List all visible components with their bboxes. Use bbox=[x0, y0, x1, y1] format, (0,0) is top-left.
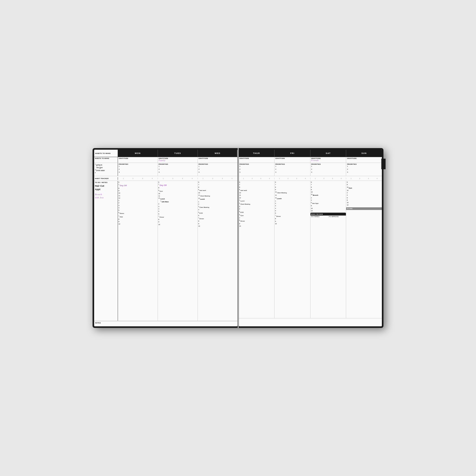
victories-toimprove: VICTORIES TO IMPROVE bbox=[310, 216, 346, 218]
mon-time-2: 2 bbox=[118, 202, 157, 204]
victories-label: VICTORIES bbox=[311, 216, 328, 217]
tues-time-12: 12 Lunch bbox=[158, 197, 197, 200]
habit-1: 1 going to the gym bbox=[95, 163, 117, 169]
mon-time-8: 8 bbox=[118, 187, 157, 190]
tues-time-4: 4 bbox=[158, 208, 197, 210]
date-label: HABITS TO MAKE bbox=[95, 153, 111, 154]
tues-p1: 1 bbox=[159, 165, 197, 168]
wed-time-1: 1 bbox=[198, 201, 237, 203]
mon-time-10: 10 bbox=[118, 192, 157, 194]
mon-priorities: PRIORITIES 1 2 3 bbox=[118, 163, 158, 176]
mon-time-8b: 8 bbox=[118, 218, 157, 221]
tues-schedule: 6 7 Day Off 8 9 Gym 10 11 12 Lunch 1 wit… bbox=[158, 181, 198, 321]
wed-time-8: 8 bbox=[198, 186, 237, 189]
tues-p2: 2 bbox=[159, 168, 197, 171]
tues-time-6b: 6 bbox=[158, 213, 197, 215]
to-improve-area: TO IMPROVE bbox=[328, 216, 346, 218]
wed-time-11: 11 Client Meeting bbox=[198, 194, 237, 197]
mon-header: MON bbox=[118, 150, 158, 157]
tues-time-9: 9 Gym bbox=[158, 189, 197, 193]
todo-haircut: Hair CutAppt bbox=[95, 184, 117, 191]
to-improve-label: TO IMPROVE bbox=[329, 216, 346, 217]
mon-schedule: 6 7 Day Off 8 9 10 11 12 1 2 3 4 5 6 Din… bbox=[118, 181, 158, 321]
fri-gratitude: GRATITUDE bbox=[274, 157, 310, 163]
tues-time-5: 5 bbox=[158, 210, 197, 213]
notebook: HABITS TO MAKE MON TUES WED bbox=[93, 148, 383, 328]
thur-header: THUR bbox=[239, 150, 275, 157]
wed-time-8b: 8 bbox=[198, 220, 237, 222]
mon-time-12: 12 bbox=[118, 197, 157, 199]
tues-time-6: 6 bbox=[158, 181, 197, 184]
tracker-1: 1 bbox=[123, 178, 124, 179]
wed-p2: 2 bbox=[199, 168, 237, 171]
wed-time-12: 12 Lunch bbox=[198, 197, 237, 200]
wed-time-9b: 9 bbox=[198, 223, 237, 225]
thur-gratitude: GRATITUDE bbox=[239, 157, 275, 163]
sun-label: SUN bbox=[361, 152, 367, 154]
mon-label: MON bbox=[135, 152, 141, 154]
thur-label: THUR bbox=[253, 152, 260, 154]
sun-gratitude: GRATITUDE bbox=[346, 157, 382, 163]
mon-time-5: 5 bbox=[118, 209, 157, 212]
notes-label: NOTES bbox=[94, 321, 237, 326]
wed-time-10: 10 bbox=[198, 192, 237, 194]
right-page: THUR FRI SAT SUN GRATITUDE bbox=[239, 150, 382, 326]
date-cell: HABITS TO MAKE bbox=[94, 150, 118, 157]
thur-tracker: 1 2 3 4 bbox=[239, 178, 275, 179]
tracker-label: HABIT TRACKER bbox=[94, 177, 118, 180]
todo-notes-area: TO DO / NOTES Hair CutAppt Brunchwith Je… bbox=[94, 181, 118, 321]
sat-header: SAT bbox=[310, 150, 346, 157]
fri-header: FRI bbox=[274, 150, 310, 157]
thur-grat-label: GRATITUDE bbox=[240, 158, 274, 159]
tues-time-11: 11 bbox=[158, 195, 197, 197]
mon-time-11: 11 bbox=[118, 195, 157, 197]
habits-label: HABITS TO MAKE bbox=[95, 158, 117, 159]
tracker-2: 2 bbox=[132, 178, 133, 179]
spine-bookmark bbox=[381, 159, 386, 169]
score-header: SCORE bbox=[346, 207, 382, 210]
tues-priorities: PRIORITIES 1 2 3 bbox=[158, 163, 198, 176]
wed-time-6b: 6 bbox=[198, 214, 237, 217]
sat-label: SAT bbox=[326, 152, 331, 154]
week-review-header: WEEK REVIEW bbox=[310, 213, 346, 216]
wed-time-6: 6 bbox=[198, 181, 237, 184]
mon-time-3: 3 bbox=[118, 204, 157, 207]
wed-time-5: 5 EOD bbox=[198, 211, 237, 214]
tues-time-7b: 7 Dinner bbox=[158, 215, 197, 218]
tues-time-8b: 8 bbox=[158, 218, 197, 221]
todo-label: TO DO / NOTES bbox=[95, 182, 117, 183]
wed-time-10b: 10 bbox=[198, 225, 237, 227]
fri-tracker: 1 2 3 4 bbox=[274, 178, 310, 179]
mon-tracker: 1 2 3 4 bbox=[118, 178, 158, 179]
fri-grat-label: GRATITUDE bbox=[275, 158, 309, 159]
mon-gratitude-area: GRATITUDE bbox=[118, 157, 158, 163]
tues-label: TUES bbox=[174, 152, 181, 154]
tues-time-10b: 10 bbox=[158, 223, 197, 226]
wed-p1: 1 bbox=[199, 165, 237, 168]
fri-schedule: 6 7 8 9 10 Client Meeting 11 12 Lunch 1 … bbox=[274, 181, 310, 318]
wed-p3: 3 bbox=[199, 171, 237, 174]
mon-gratitude-label: GRATITUDE bbox=[119, 158, 157, 159]
sat-gratitude-value: Friends bbox=[311, 159, 345, 162]
mon-time-6b: 6 Dinner bbox=[118, 212, 157, 215]
wed-gratitude-label: GRATITUDE bbox=[199, 158, 237, 159]
thur-schedule: 6 7 8 9 start work 10 11 12 1 Lunch 2 Cl… bbox=[239, 181, 275, 318]
sat-gratitude: GRATITUDE Friends bbox=[310, 157, 346, 163]
sat-schedule: 6 7 8 9 10 12 Brunch 2 4 6 Hair Appt 8 1… bbox=[310, 181, 346, 318]
wed-time-2: 2 bbox=[198, 203, 237, 205]
tues-header: TUES bbox=[158, 150, 198, 157]
wed-tracker: 1 2 3 4 bbox=[198, 178, 237, 179]
tues-time-9b: 9 bbox=[158, 221, 197, 223]
mon-time-7: 7 Day Off bbox=[118, 184, 157, 187]
tracker-4: 4 bbox=[152, 178, 153, 179]
wed-label: WED bbox=[215, 152, 221, 154]
fri-label: FRI bbox=[290, 152, 294, 154]
tues-time-7: 7 Day Off bbox=[158, 184, 197, 187]
mon-time-7b: 7 Date bbox=[118, 215, 157, 218]
mon-time-9b: 9 bbox=[118, 221, 157, 223]
todo-brunch: Brunchwith Jess bbox=[95, 193, 117, 199]
tues-gratitude-area: GRATITUDE Family bbox=[158, 157, 198, 163]
mon-time-4: 4 bbox=[118, 207, 157, 209]
thur-priorities: PRIORITIES 1 2 3 bbox=[239, 163, 275, 176]
sat-priorities: PRIORITIES 1 2 3 bbox=[310, 163, 346, 176]
